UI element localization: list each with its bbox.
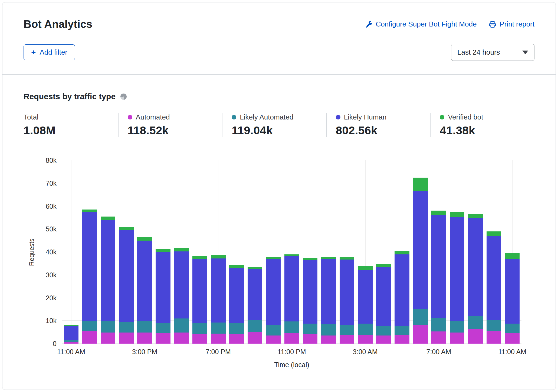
bar-segment-automated <box>192 334 207 344</box>
bar-column <box>301 160 319 344</box>
bar-segment-verified-bot <box>248 267 262 269</box>
section-title: Requests by traffic type <box>24 92 116 101</box>
stacked-bar[interactable] <box>266 160 281 344</box>
stacked-bar[interactable] <box>137 160 152 344</box>
bar-segment-automated <box>266 335 281 344</box>
bar-segment-likely-human <box>395 254 409 326</box>
likely-automated-legend-dot <box>232 115 236 119</box>
bar-segment-likely-automated <box>376 326 391 335</box>
bar-segment-automated <box>505 333 520 344</box>
bar-segment-automated <box>284 333 299 344</box>
stacked-bar[interactable] <box>303 160 317 344</box>
bar-column <box>375 160 393 344</box>
bar-segment-likely-automated <box>119 322 134 333</box>
stacked-bar[interactable] <box>119 160 134 344</box>
bar-segment-verified-bot <box>174 248 189 251</box>
bar-segment-verified-bot <box>229 265 244 267</box>
stacked-bar[interactable] <box>248 160 262 344</box>
bar-column <box>264 160 283 344</box>
bars-container <box>62 160 521 344</box>
x-axis-tick-label: 11:00 AM <box>57 348 85 356</box>
bar-segment-likely-human <box>211 258 225 323</box>
stacked-bar[interactable] <box>101 160 115 344</box>
chevron-down-icon <box>522 51 528 54</box>
bar-segment-verified-bot <box>211 255 225 258</box>
bar-segment-likely-automated <box>303 324 317 334</box>
stacked-bar[interactable] <box>376 160 391 344</box>
bar-column <box>191 160 209 344</box>
stacked-bar[interactable] <box>468 160 483 344</box>
stat-verified-bot-value: 41.38k <box>440 124 530 137</box>
stacked-bar[interactable] <box>229 160 244 344</box>
time-range-select[interactable]: Last 24 hours <box>451 44 534 61</box>
bar-segment-verified-bot <box>156 249 170 252</box>
bar-segment-likely-human <box>248 269 262 320</box>
time-range-value: Last 24 hours <box>457 48 500 57</box>
plus-icon: + <box>31 48 36 57</box>
bar-segment-verified-bot <box>340 257 354 260</box>
stacked-bar[interactable] <box>505 160 520 344</box>
bar-segment-verified-bot <box>137 237 152 241</box>
bar-segment-automated <box>376 335 391 344</box>
bar-column <box>136 160 154 344</box>
bar-segment-verified-bot <box>266 257 281 259</box>
bar-segment-automated <box>468 329 483 344</box>
bar-segment-likely-automated <box>211 323 225 334</box>
stat-likely-human-label: Likely Human <box>344 113 387 121</box>
bar-segment-likely-automated <box>450 321 464 333</box>
bar-segment-likely-automated <box>266 325 281 335</box>
bar-segment-likely-human <box>340 260 354 325</box>
bar-segment-likely-human <box>358 270 373 324</box>
stacked-bar[interactable] <box>174 160 189 344</box>
configure-link-label: Configure Super Bot Fight Mode <box>376 20 477 28</box>
stat-automated: Automated 118.52k <box>118 113 222 137</box>
bar-segment-likely-human <box>137 241 152 321</box>
bar-segment-automated <box>211 334 225 344</box>
bar-segment-likely-automated <box>284 321 299 333</box>
bar-segment-automated <box>64 342 78 344</box>
bar-segment-automated <box>119 333 134 344</box>
bar-segment-verified-bot <box>468 214 483 218</box>
bar-column <box>80 160 99 344</box>
bar-segment-automated <box>431 331 446 344</box>
bar-column <box>283 160 301 344</box>
x-axis-tick-label: 11:00 AM <box>498 348 526 356</box>
bar-segment-likely-automated <box>137 321 152 333</box>
bar-segment-likely-human <box>156 252 170 323</box>
bar-segment-automated <box>321 335 336 344</box>
configure-super-bot-fight-mode-link[interactable]: Configure Super Bot Fight Mode <box>366 20 477 28</box>
stacked-bar[interactable] <box>487 160 501 344</box>
bar-segment-automated <box>82 331 97 344</box>
stacked-bar[interactable] <box>64 160 78 344</box>
y-axis-tick-label: 60k <box>46 202 57 210</box>
x-axis-tick-label: 11:00 PM <box>277 348 306 356</box>
stacked-bar[interactable] <box>340 160 354 344</box>
stacked-bar[interactable] <box>82 160 97 344</box>
bar-segment-likely-human <box>468 218 483 315</box>
bar-segment-automated <box>340 335 354 344</box>
stacked-bar[interactable] <box>211 160 225 344</box>
wrench-icon <box>366 21 372 28</box>
stacked-bar[interactable] <box>413 160 428 344</box>
requests-by-traffic-type-section: Requests by traffic type Total 1.08M Aut… <box>2 75 556 380</box>
stacked-bar[interactable] <box>450 160 464 344</box>
stat-likely-automated-label: Likely Automated <box>240 113 293 121</box>
stacked-bar[interactable] <box>358 160 373 344</box>
stacked-bar[interactable] <box>321 160 336 344</box>
bar-segment-automated <box>248 332 262 344</box>
stat-automated-label: Automated <box>136 113 170 121</box>
bar-segment-verified-bot <box>505 253 520 259</box>
x-axis-tick-label: 3:00 AM <box>353 348 378 356</box>
bar-column <box>319 160 338 344</box>
stacked-bar[interactable] <box>395 160 409 344</box>
print-report-link[interactable]: Print report <box>489 20 534 28</box>
add-filter-button[interactable]: + Add filter <box>24 44 75 60</box>
verified-bot-legend-dot <box>440 115 444 119</box>
likely-human-legend-dot <box>336 115 340 119</box>
bar-segment-likely-automated <box>321 324 336 335</box>
stacked-bar[interactable] <box>284 160 299 344</box>
stacked-bar[interactable] <box>156 160 170 344</box>
bar-column <box>485 160 503 344</box>
stacked-bar[interactable] <box>431 160 446 344</box>
stacked-bar[interactable] <box>192 160 207 344</box>
